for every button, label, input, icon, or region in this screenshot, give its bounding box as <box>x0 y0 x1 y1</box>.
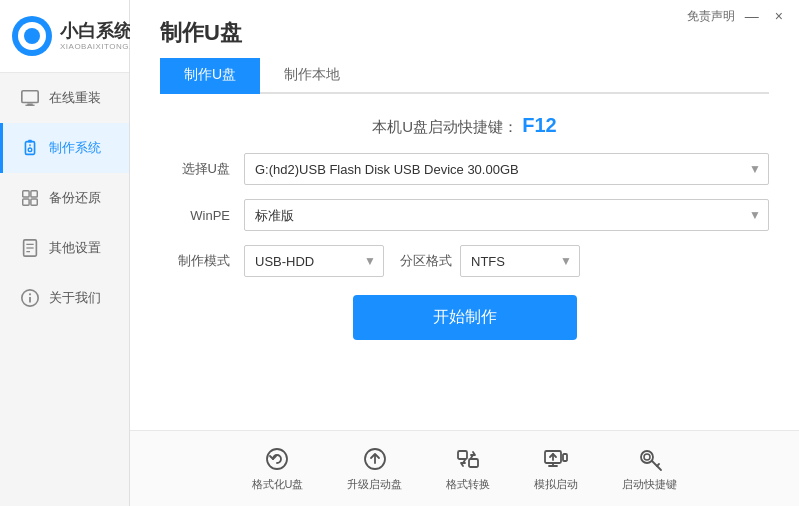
partition-select-wrap: NTFS ▼ <box>460 245 580 277</box>
toolbar-boot-shortcut-label: 启动快捷键 <box>622 477 677 492</box>
info-icon <box>19 287 41 309</box>
svg-rect-25 <box>469 459 478 467</box>
svg-rect-7 <box>28 140 32 143</box>
svg-line-34 <box>657 464 659 466</box>
toolbar-format-convert[interactable]: 格式转换 <box>424 439 512 498</box>
usb-select-row: 选择U盘 G:(hd2)USB Flash Disk USB Device 30… <box>160 153 769 185</box>
svg-point-8 <box>28 148 32 152</box>
partition-label: 分区格式 <box>400 252 452 270</box>
shortcut-prefix: 本机U盘启动快捷键： <box>372 118 518 135</box>
start-button-row: 开始制作 <box>160 295 769 340</box>
title-bar: 免责声明 — × <box>677 0 799 32</box>
mode-select[interactable]: USB-HDD <box>244 245 384 277</box>
simulate-icon <box>542 445 570 473</box>
svg-rect-13 <box>31 199 37 205</box>
tab-bar: 制作U盘 制作本地 <box>160 58 769 94</box>
sidebar-label-online-reinstall: 在线重装 <box>49 89 101 107</box>
sidebar-item-about-us[interactable]: 关于我们 <box>0 273 129 323</box>
grid-icon <box>19 187 41 209</box>
mode-select-wrap: USB-HDD ▼ <box>244 245 384 277</box>
svg-point-20 <box>29 293 31 295</box>
minimize-button[interactable]: — <box>739 6 765 26</box>
key-icon <box>636 445 664 473</box>
svg-point-2 <box>24 28 40 44</box>
toolbar-boot-shortcut[interactable]: 启动快捷键 <box>600 439 699 498</box>
svg-rect-27 <box>563 454 567 461</box>
upload-icon <box>361 445 389 473</box>
shortcut-hint: 本机U盘启动快捷键： F12 <box>160 114 769 137</box>
winpe-label: WinPE <box>160 208 230 223</box>
mode-label: 制作模式 <box>160 252 230 270</box>
toolbar-format-convert-label: 格式转换 <box>446 477 490 492</box>
main-content: 免责声明 — × 制作U盘 制作U盘 制作本地 本机U盘启动快捷键： F12 选… <box>130 0 799 506</box>
sidebar-item-online-reinstall[interactable]: 在线重装 <box>0 73 129 123</box>
usb-label: 选择U盘 <box>160 160 230 178</box>
svg-rect-3 <box>22 91 38 103</box>
sidebar-label-backup-restore: 备份还原 <box>49 189 101 207</box>
format-icon <box>263 445 291 473</box>
svg-rect-10 <box>23 191 29 197</box>
convert-icon <box>454 445 482 473</box>
usb-icon <box>19 137 41 159</box>
usb-select[interactable]: G:(hd2)USB Flash Disk USB Device 30.00GB <box>244 153 769 185</box>
sidebar-item-other-settings[interactable]: 其他设置 <box>0 223 129 273</box>
svg-point-21 <box>267 449 287 469</box>
winpe-select-row: WinPE 标准版 ▼ <box>160 199 769 231</box>
svg-rect-24 <box>458 451 467 459</box>
content-area: 本机U盘启动快捷键： F12 选择U盘 G:(hd2)USB Flash Dis… <box>130 94 799 430</box>
tab-make-local[interactable]: 制作本地 <box>260 58 364 94</box>
sidebar-item-backup-restore[interactable]: 备份还原 <box>0 173 129 223</box>
svg-rect-12 <box>23 199 29 205</box>
partition-select[interactable]: NTFS <box>460 245 580 277</box>
sidebar-label-make-system: 制作系统 <box>49 139 101 157</box>
sidebar-label-about-us: 关于我们 <box>49 289 101 307</box>
winpe-select[interactable]: 标准版 <box>244 199 769 231</box>
tab-make-usb[interactable]: 制作U盘 <box>160 58 260 94</box>
sidebar-label-other-settings: 其他设置 <box>49 239 101 257</box>
monitor-icon <box>19 87 41 109</box>
usb-select-control: G:(hd2)USB Flash Disk USB Device 30.00GB… <box>244 153 769 185</box>
logo-icon <box>12 16 52 56</box>
start-button[interactable]: 开始制作 <box>353 295 577 340</box>
svg-point-32 <box>644 454 650 460</box>
shortcut-key: F12 <box>522 114 556 136</box>
winpe-select-control: 标准版 ▼ <box>244 199 769 231</box>
close-button[interactable]: × <box>769 6 789 26</box>
toolbar-upgrade-boot[interactable]: 升级启动盘 <box>325 439 424 498</box>
file-icon <box>19 237 41 259</box>
sidebar: 小白系统 XIAOBAIXITONG.COM 在线重装 <box>0 0 130 506</box>
mode-partition-row: 制作模式 USB-HDD ▼ 分区格式 NTFS ▼ <box>160 245 769 277</box>
sidebar-item-make-system[interactable]: 制作系统 <box>0 123 129 173</box>
toolbar-simulate-boot[interactable]: 模拟启动 <box>512 439 600 498</box>
svg-rect-11 <box>31 191 37 197</box>
toolbar-format-usb[interactable]: 格式化U盘 <box>230 439 326 498</box>
toolbar-simulate-boot-label: 模拟启动 <box>534 477 578 492</box>
toolbar-format-usb-label: 格式化U盘 <box>252 477 304 492</box>
logo-area: 小白系统 XIAOBAIXITONG.COM <box>0 0 129 73</box>
disclaimer-link[interactable]: 免责声明 <box>687 8 735 25</box>
bottom-toolbar: 格式化U盘 升级启动盘 <box>130 430 799 506</box>
toolbar-upgrade-boot-label: 升级启动盘 <box>347 477 402 492</box>
